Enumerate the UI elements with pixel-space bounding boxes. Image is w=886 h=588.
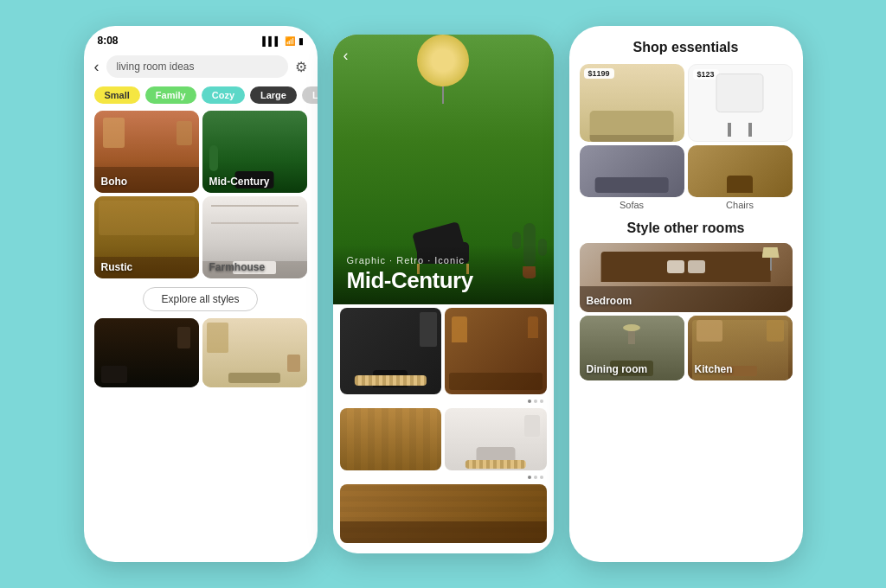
mid-hero-title: Mid-Century — [347, 267, 540, 294]
chip-family[interactable]: Family — [145, 86, 196, 104]
mid-bottom-strip — [333, 481, 554, 546]
room-card-kitchen[interactable]: Kitchen — [688, 316, 793, 380]
essentials-grid: $1199 Sofas $123 — [580, 64, 793, 215]
right-phone: Shop essentials $1199 Sofas $123 — [569, 26, 803, 562]
style-rooms-title: Style other rooms — [580, 220, 793, 236]
mid-hero-subtitle: Graphic · Retro · Iconic — [347, 255, 540, 265]
style-grid: Boho Mid-Century Rustic Farmh — [84, 111, 318, 278]
search-input[interactable]: living room ideas — [106, 55, 288, 78]
status-bar: 8:08 ▌▌▌ 📶 ▮ — [84, 26, 318, 50]
mid-card-2[interactable] — [445, 308, 547, 394]
mid-card-1[interactable] — [340, 308, 442, 394]
chair-card-main[interactable]: $123 — [688, 64, 793, 142]
left-phone: 8:08 ▌▌▌ 📶 ▮ ‹ living room ideas ⚙ Small… — [84, 26, 318, 562]
mid-card-4[interactable] — [445, 408, 547, 470]
dots-indicator-bottom — [333, 474, 554, 481]
mid-card-3[interactable] — [340, 408, 442, 470]
chair-card-small[interactable] — [688, 145, 793, 197]
mid-back-button[interactable]: ‹ — [343, 47, 349, 65]
style-card-midcentury[interactable]: Mid-Century — [202, 111, 307, 193]
sofa-label: Sofas — [580, 200, 684, 210]
explore-button[interactable]: Explore all styles — [143, 287, 257, 311]
bottom-photo-light[interactable] — [202, 318, 307, 387]
status-time: 8:08 — [98, 35, 119, 47]
style-label-midcentury: Mid-Century — [209, 176, 270, 188]
style-card-rustic[interactable]: Rustic — [94, 196, 199, 278]
battery-icon: ▮ — [299, 36, 304, 46]
chip-cozy[interactable]: Cozy — [202, 86, 245, 104]
sofa-card-main[interactable]: $1199 — [580, 64, 684, 142]
style-label-farmhouse: Farmhouse — [209, 261, 266, 273]
dot-b2 — [534, 476, 537, 479]
chair-column: $123 Chairs — [688, 64, 793, 215]
search-text: living room ideas — [117, 61, 195, 73]
dot-3 — [540, 399, 543, 403]
right-inner: Shop essentials $1199 Sofas $123 — [569, 26, 803, 562]
shop-essentials-title: Shop essentials — [580, 40, 793, 55]
explore-wrap: Explore all styles — [84, 278, 318, 318]
rooms-grid: Bedroom Dining room Kitchen — [580, 243, 793, 380]
middle-phone: ‹ Graphic · Retro · Iconic Mid-Century — [333, 35, 554, 553]
chip-lay[interactable]: Lay... — [302, 86, 318, 104]
wifi-icon: 📶 — [285, 36, 295, 46]
chair-price: $123 — [693, 69, 719, 80]
chip-small[interactable]: Small — [94, 86, 140, 104]
style-label-rustic: Rustic — [101, 261, 133, 273]
bedroom-label: Bedroom — [587, 295, 632, 307]
mid-inner: ‹ Graphic · Retro · Iconic Mid-Century — [333, 35, 554, 553]
filter-icon[interactable]: ⚙ — [295, 59, 307, 75]
sofa-column: $1199 Sofas — [580, 64, 684, 215]
mid-grid-bottom — [333, 405, 554, 474]
chip-large[interactable]: Large — [250, 86, 297, 104]
dot-b1 — [528, 476, 531, 479]
dot-b3 — [540, 476, 543, 479]
mid-grid-top — [333, 304, 554, 398]
style-card-farmhouse[interactable]: Farmhouse — [202, 196, 307, 278]
dining-label: Dining room — [587, 363, 648, 375]
dots-indicator-top — [333, 398, 554, 405]
filter-chips: Small Family Cozy Large Lay... — [84, 83, 318, 111]
style-card-boho[interactable]: Boho — [94, 111, 199, 193]
room-card-bedroom[interactable]: Bedroom — [580, 243, 793, 312]
mid-hero-overlay: Graphic · Retro · Iconic Mid-Century — [333, 245, 554, 304]
chair-label: Chairs — [688, 200, 793, 210]
room-card-dining[interactable]: Dining room — [580, 316, 684, 380]
sofa-price: $1199 — [584, 68, 614, 79]
dot-1 — [528, 399, 531, 403]
kitchen-label: Kitchen — [695, 363, 733, 375]
search-bar: ‹ living room ideas ⚙ — [84, 50, 318, 83]
back-button[interactable]: ‹ — [94, 58, 100, 76]
signal-icon: ▌▌▌ — [262, 36, 280, 46]
mid-hero: ‹ Graphic · Retro · Iconic Mid-Century — [333, 35, 554, 304]
sofa-card-small[interactable] — [580, 145, 684, 197]
bottom-photo-dark[interactable] — [94, 318, 199, 387]
dot-2 — [534, 399, 537, 403]
style-label-boho: Boho — [101, 176, 128, 188]
status-icons: ▌▌▌ 📶 ▮ — [262, 36, 303, 46]
bottom-photos — [84, 318, 318, 387]
